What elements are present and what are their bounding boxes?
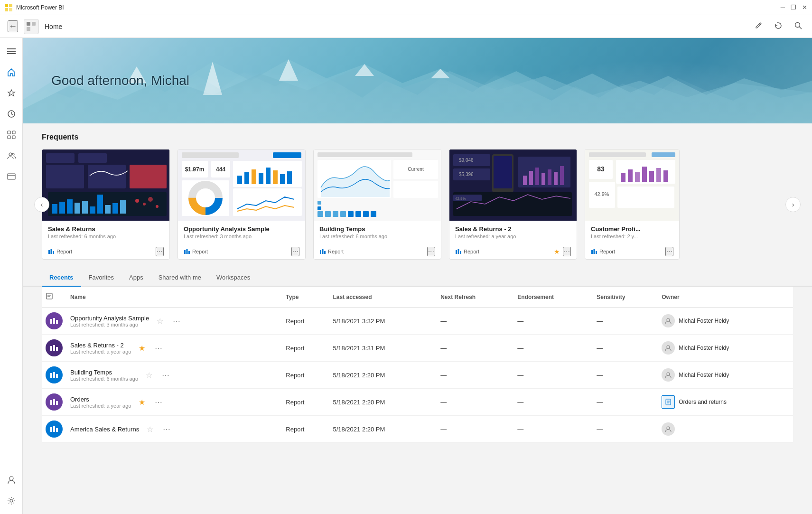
freq-card-more-3[interactable]: ··· xyxy=(427,247,435,256)
sidebar-item-workspaces[interactable] xyxy=(2,167,21,186)
star-button-4[interactable]: ★ xyxy=(137,396,147,409)
tab-shared[interactable]: Shared with me xyxy=(151,269,209,287)
freq-card-more-1[interactable]: ··· xyxy=(156,247,164,256)
item-icon-1 xyxy=(46,312,63,329)
row-type-1: Report xyxy=(282,308,329,335)
item-icon-5 xyxy=(46,421,63,438)
freq-card-2[interactable]: $1.97m 444 xyxy=(177,149,306,260)
svg-rect-62 xyxy=(244,172,249,184)
sidebar-item-home[interactable] xyxy=(2,63,21,82)
item-name-3: Building Temps xyxy=(70,369,138,376)
freq-card-5[interactable]: 83 xyxy=(585,149,680,260)
carousel-items: Sales & Returns Last refreshed: 6 months… xyxy=(42,149,793,260)
svg-rect-104 xyxy=(548,169,551,185)
freq-card-footer-1: Report ··· xyxy=(42,244,169,259)
freq-card-img-2: $1.97m 444 xyxy=(178,150,305,221)
more-button-3[interactable]: ⋯ xyxy=(160,369,171,382)
table-row[interactable]: Opportunity Analysis Sample Last refresh… xyxy=(42,308,793,335)
row-sensitivity-2: — xyxy=(593,335,658,362)
row-icon-cell xyxy=(42,308,66,335)
svg-rect-93 xyxy=(320,250,321,254)
svg-rect-129 xyxy=(663,170,668,182)
tab-recents[interactable]: Recents xyxy=(42,269,81,287)
tab-workspaces[interactable]: Workspaces xyxy=(209,269,258,287)
svg-rect-126 xyxy=(642,167,647,182)
minimize-button[interactable]: ─ xyxy=(781,4,785,11)
close-button[interactable]: ✕ xyxy=(802,4,807,11)
tab-apps[interactable]: Apps xyxy=(121,269,151,287)
table-row[interactable]: Building Temps Last refreshed: 6 months … xyxy=(42,362,793,389)
star-button-2[interactable]: ★ xyxy=(137,342,147,355)
carousel-next-button[interactable]: › xyxy=(785,197,801,212)
sidebar-item-shared[interactable] xyxy=(2,146,21,165)
sidebar-item-recent[interactable] xyxy=(2,104,21,123)
item-icon-2 xyxy=(46,339,63,356)
table-row[interactable]: Sales & Returns - 2 Last refreshed: a ye… xyxy=(42,335,793,362)
freq-card-more-2[interactable]: ··· xyxy=(291,247,299,256)
row-sensitivity-3: — xyxy=(593,362,658,389)
freq-card-type-1: Report xyxy=(48,248,72,255)
owner-avatar-5 xyxy=(662,422,675,436)
svg-rect-124 xyxy=(628,169,633,182)
sidebar-item-apps[interactable] xyxy=(2,125,21,144)
freq-card-subtitle-2: Last refreshed: 3 months ago xyxy=(184,234,299,239)
row-owner-2: Michal Foster Heldy xyxy=(658,335,793,362)
svg-point-20 xyxy=(9,477,13,480)
row-icon-cell xyxy=(42,362,66,389)
more-button-1[interactable]: ⋯ xyxy=(171,315,182,327)
svg-rect-125 xyxy=(635,172,640,182)
star-button-3[interactable]: ☆ xyxy=(144,369,154,382)
freq-card-1[interactable]: Sales & Returns Last refreshed: 6 months… xyxy=(42,149,170,260)
svg-rect-34 xyxy=(130,165,167,188)
freq-card-more-5[interactable]: ··· xyxy=(665,247,673,256)
freq-card-type-4: Report xyxy=(455,248,479,255)
sidebar-item-account[interactable] xyxy=(2,470,21,489)
svg-rect-85 xyxy=(317,211,323,217)
star-button-5[interactable]: ☆ xyxy=(145,423,155,436)
svg-rect-151 xyxy=(56,401,58,405)
row-next-refresh-4: — xyxy=(437,389,513,416)
freq-card-body-1: Sales & Returns Last refreshed: 6 months… xyxy=(42,221,169,244)
svg-rect-98 xyxy=(494,156,512,188)
svg-rect-127 xyxy=(649,171,654,182)
star-button-1[interactable]: ☆ xyxy=(155,315,165,327)
table-row[interactable]: Orders Last refreshed: a year ago ★ ⋯ Re… xyxy=(42,389,793,416)
tab-favorites[interactable]: Favorites xyxy=(81,269,121,287)
freq-card-4[interactable]: $9,046 $5,396 42.9% Sales & xyxy=(449,149,577,260)
more-button-4[interactable]: ⋯ xyxy=(153,396,164,409)
freq-card-title-2: Opportunity Analysis Sample xyxy=(184,225,299,233)
svg-rect-1 xyxy=(9,4,12,7)
sidebar-item-menu[interactable] xyxy=(2,42,21,61)
svg-rect-105 xyxy=(554,172,558,185)
svg-point-49 xyxy=(156,205,159,208)
edit-button[interactable] xyxy=(752,19,765,34)
freq-card-more-4[interactable]: ··· xyxy=(563,247,571,256)
back-button[interactable]: ← xyxy=(8,20,18,32)
svg-rect-101 xyxy=(529,171,533,185)
svg-rect-153 xyxy=(50,427,52,432)
table-row[interactable]: America Sales & Returns ☆ ⋯ Report 5/18/… xyxy=(42,416,793,443)
row-next-refresh-3: — xyxy=(437,362,513,389)
sidebar-item-favorites[interactable] xyxy=(2,84,21,103)
sidebar-item-settings[interactable] xyxy=(2,491,21,510)
freq-card-3[interactable]: Current xyxy=(313,149,441,260)
svg-rect-92 xyxy=(371,211,376,217)
item-sub-3: Last refreshed: 6 months ago xyxy=(70,376,138,382)
svg-rect-0 xyxy=(5,4,8,7)
more-button-2[interactable]: ⋯ xyxy=(153,342,164,355)
window-controls[interactable]: ─ ❐ ✕ xyxy=(781,4,807,11)
col-header-name: Name xyxy=(66,287,282,308)
svg-rect-132 xyxy=(617,187,674,208)
carousel-prev-button[interactable]: ‹ xyxy=(34,197,49,212)
col-header-next-refresh: Next Refresh xyxy=(437,287,513,308)
svg-rect-142 xyxy=(53,345,55,351)
more-button-5[interactable]: ⋯ xyxy=(161,423,172,436)
row-icon-cell xyxy=(42,335,66,362)
svg-rect-80 xyxy=(317,201,321,205)
restore-button[interactable]: ❐ xyxy=(791,4,796,11)
refresh-button[interactable] xyxy=(772,19,784,34)
frequents-title: Frequents xyxy=(42,133,793,141)
freq-card-footer-3: Report ··· xyxy=(314,244,441,259)
search-button[interactable] xyxy=(792,19,804,34)
freq-card-type-5: Report xyxy=(591,248,615,255)
